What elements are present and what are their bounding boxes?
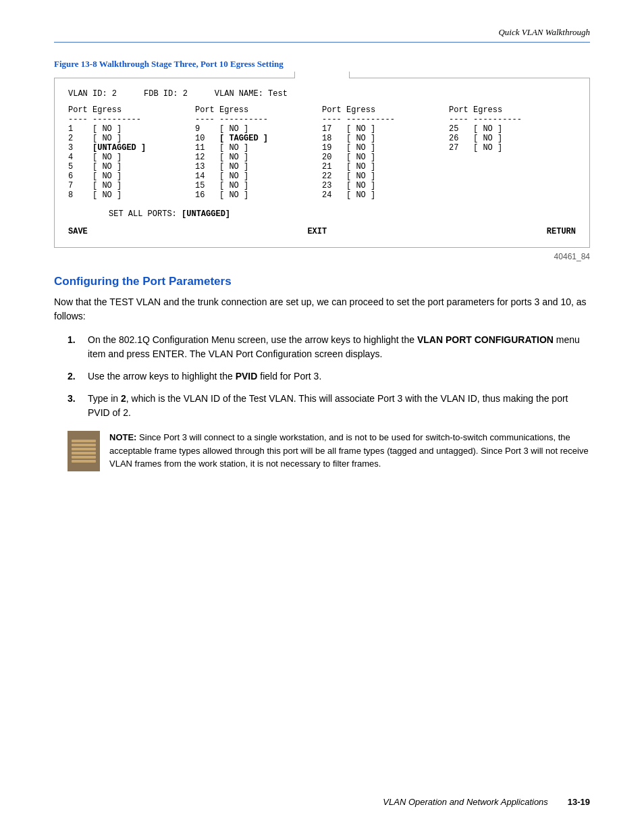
footer-right-text: 13-19 xyxy=(568,797,590,807)
col2-port-header: Port xyxy=(195,105,219,115)
col1-dashes: ---- ---------- xyxy=(68,115,188,124)
fdb-id: FDB ID: 2 xyxy=(144,89,188,99)
port-col-2: Port Egress ---- ---------- 9[ NO ] 10[ … xyxy=(195,105,322,200)
col4-row2: 26[ NO ] xyxy=(449,134,569,143)
col4-port-dash: ---- xyxy=(449,115,473,124)
step-3-num: 3. xyxy=(68,392,81,420)
note-line-2 xyxy=(72,444,96,446)
col1-row5: 5[ NO ] xyxy=(68,162,188,172)
col3-egress-dash: ---------- xyxy=(346,115,442,124)
col1-port-dash: ---- xyxy=(68,115,92,124)
step-2-content: Use the arrow keys to highlight the PVID… xyxy=(88,369,590,384)
note-line-4 xyxy=(72,452,96,454)
col2-port-dash: ---- xyxy=(195,115,219,124)
col3-header: Port Egress xyxy=(322,105,442,115)
step-3-content: Type in 2, which is the VLAN ID of the T… xyxy=(88,392,590,420)
terminal-header: VLAN ID: 2 FDB ID: 2 VLAN NAME: Test xyxy=(68,89,576,99)
step-3-bold: 2 xyxy=(121,393,126,404)
col3-row5: 21[ NO ] xyxy=(322,162,442,172)
port-col-3: Port Egress ---- ---------- 17[ NO ] 18[… xyxy=(322,105,449,200)
figure-caption: Figure 13-8 Walkthrough Stage Three, Por… xyxy=(54,59,590,70)
col2-row4: 12[ NO ] xyxy=(195,153,315,162)
col3-port-header: Port xyxy=(322,105,346,115)
col3-row8: 24[ NO ] xyxy=(322,190,442,200)
col1-egress-header: Egress xyxy=(92,105,188,115)
port-col-4: Port Egress ---- ---------- 25[ NO ] 26[… xyxy=(449,105,576,200)
col4-egress-header: Egress xyxy=(473,105,569,115)
set-all-ports: SET ALL PORTS: [UNTAGGED] xyxy=(109,209,576,219)
step-2-bold: PVID xyxy=(236,371,258,382)
note-icon xyxy=(68,431,100,471)
page-footer: VLAN Operation and Network Applications … xyxy=(54,797,590,807)
vlan-id: VLAN ID: 2 xyxy=(68,89,117,99)
col1-row3: 3[UNTAGGED ] xyxy=(68,143,188,153)
col4-egress-dash: ---------- xyxy=(473,115,569,124)
col2-row2: 10[ TAGGED ] xyxy=(195,134,315,143)
col3-dashes: ---- ---------- xyxy=(322,115,442,124)
col4-dashes: ---- ---------- xyxy=(449,115,569,124)
col1-row4: 4[ NO ] xyxy=(68,153,188,162)
note-box: NOTE: Since Port 3 will connect to a sin… xyxy=(68,431,590,471)
note-content: NOTE: Since Port 3 will connect to a sin… xyxy=(109,431,590,471)
col2-header: Port Egress xyxy=(195,105,315,115)
note-label: NOTE: xyxy=(109,432,136,442)
col3-row7: 23[ NO ] xyxy=(322,181,442,190)
col2-dashes: ---- ---------- xyxy=(195,115,315,124)
step-1-bold: VLAN PORT CONFIGURATION xyxy=(417,334,554,345)
page: Quick VLAN Walkthrough Figure 13-8 Walkt… xyxy=(0,0,644,834)
col4-row3: 27[ NO ] xyxy=(449,143,569,153)
step-1: 1. On the 802.1Q Configuration Menu scre… xyxy=(68,333,590,361)
note-text: Since Port 3 will connect to a single wo… xyxy=(109,432,589,469)
col1-row6: 6[ NO ] xyxy=(68,172,188,181)
section-heading: Configuring the Port Parameters xyxy=(54,275,590,288)
col4-row1: 25[ NO ] xyxy=(449,124,569,134)
terminal-return[interactable]: RETURN xyxy=(547,227,576,236)
step-2-num: 2. xyxy=(68,369,81,384)
col1-header: Port Egress xyxy=(68,105,188,115)
vlan-name: VLAN NAME: Test xyxy=(215,89,288,99)
col3-row6: 22[ NO ] xyxy=(322,172,442,181)
header-right-text: Quick VLAN Walkthrough xyxy=(54,27,590,38)
col2-row6: 14[ NO ] xyxy=(195,172,315,181)
col4-port-header: Port xyxy=(449,105,473,115)
col3-row1: 17[ NO ] xyxy=(322,124,442,134)
set-all-ports-label: SET ALL PORTS: xyxy=(109,209,177,219)
col3-port-dash: ---- xyxy=(322,115,346,124)
col2-row8: 16[ NO ] xyxy=(195,190,315,200)
footer-left-text: VLAN Operation and Network Applications xyxy=(383,797,547,807)
set-all-ports-value: [UNTAGGED] xyxy=(182,209,230,219)
col3-row4: 20[ NO ] xyxy=(322,153,442,162)
col1-egress-dash: ---------- xyxy=(92,115,188,124)
note-line-3 xyxy=(72,448,96,450)
col1-row2: 2[ NO ] xyxy=(68,134,188,143)
terminal-footer: SAVE EXIT RETURN xyxy=(68,227,576,236)
figure-number: 40461_84 xyxy=(54,252,590,261)
terminal-box: VLAN ID: 2 FDB ID: 2 VLAN NAME: Test Por… xyxy=(54,78,590,248)
step-1-content: On the 802.1Q Configuration Menu screen,… xyxy=(88,333,590,361)
step-1-num: 1. xyxy=(68,333,81,361)
port-table: Port Egress ---- ---------- 1[ NO ] 2[ N… xyxy=(68,105,576,200)
col1-row1: 1[ NO ] xyxy=(68,124,188,134)
note-line-6 xyxy=(72,460,96,463)
step-2: 2. Use the arrow keys to highlight the P… xyxy=(68,369,590,384)
col1-row8: 8[ NO ] xyxy=(68,190,188,200)
col2-row3: 11[ NO ] xyxy=(195,143,315,153)
col3-egress-header: Egress xyxy=(346,105,442,115)
col1-port-header: Port xyxy=(68,105,92,115)
terminal-exit[interactable]: EXIT xyxy=(307,227,327,236)
col2-row1: 9[ NO ] xyxy=(195,124,315,134)
step-3: 3. Type in 2, which is the VLAN ID of th… xyxy=(68,392,590,420)
intro-text: Now that the TEST VLAN and the trunk con… xyxy=(54,295,590,323)
col2-egress-header: Egress xyxy=(219,105,315,115)
port-col-1: Port Egress ---- ---------- 1[ NO ] 2[ N… xyxy=(68,105,195,200)
col3-row2: 18[ NO ] xyxy=(322,134,442,143)
header-rule xyxy=(54,42,590,43)
steps-list: 1. On the 802.1Q Configuration Menu scre… xyxy=(68,333,590,420)
col1-row7: 7[ NO ] xyxy=(68,181,188,190)
terminal-save[interactable]: SAVE xyxy=(68,227,88,236)
col3-row3: 19[ NO ] xyxy=(322,143,442,153)
col2-egress-dash: ---------- xyxy=(219,115,315,124)
col4-header: Port Egress xyxy=(449,105,569,115)
col2-row5: 13[ NO ] xyxy=(195,162,315,172)
col2-row7: 15[ NO ] xyxy=(195,181,315,190)
